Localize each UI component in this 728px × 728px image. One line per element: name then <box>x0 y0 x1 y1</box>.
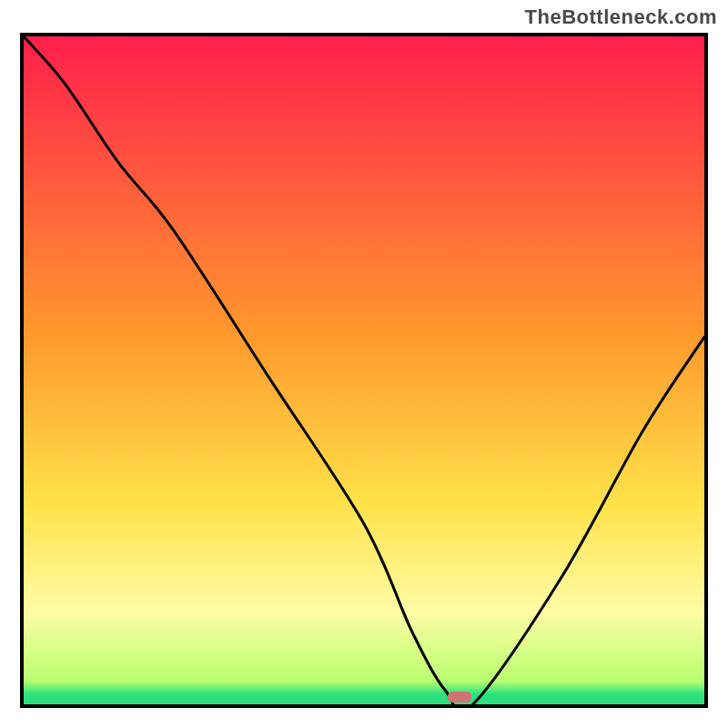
gradient-background <box>24 36 704 704</box>
baseline-marker <box>448 692 471 703</box>
plot-frame <box>20 33 708 708</box>
watermark-text: TheBottleneck.com <box>525 5 717 29</box>
plot-svg <box>24 36 704 704</box>
chart-stage: TheBottleneck.com <box>0 0 728 728</box>
